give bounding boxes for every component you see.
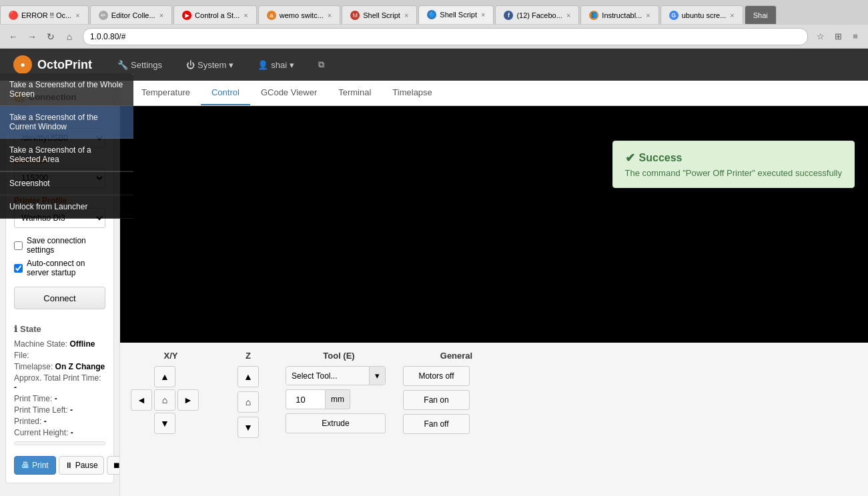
fan-on-button[interactable]: Fan on — [403, 390, 470, 410]
brand: ● OctoPrint — [13, 55, 92, 74]
browser-tab-5[interactable]: M Shell Script × — [342, 5, 417, 24]
move-x-minus-button[interactable]: ◄ — [131, 389, 152, 411]
user-icon: 👤 — [258, 60, 268, 70]
extensions-icon[interactable]: ⊞ — [831, 29, 845, 44]
move-z-plus-button[interactable]: ▲ — [238, 366, 259, 387]
fan-off-button[interactable]: Fan off — [403, 414, 470, 434]
browser-tab-3[interactable]: ▶ Control a St... × — [173, 5, 257, 24]
screenshot-label[interactable]: Screenshot — [0, 172, 133, 195]
home-button[interactable]: ⌂ — [61, 29, 77, 45]
browser-tab-6[interactable]: 🔷 Shell Script × — [418, 5, 494, 24]
move-z-minus-button[interactable]: ▼ — [238, 417, 259, 438]
toast-message: The command "Power Off Printer" executed… — [625, 168, 842, 178]
xy-label: X/Y — [131, 351, 211, 361]
url-input[interactable] — [83, 28, 808, 45]
system-link[interactable]: ⏻ System ▾ — [181, 57, 239, 73]
move-home-xy-button[interactable]: ⌂ — [154, 389, 175, 411]
browser-tab-1[interactable]: 🔴 ERROR !! Oc... × — [0, 5, 89, 24]
settings-link[interactable]: 🔧 Settings — [112, 57, 167, 73]
status-section: ℹ State Machine State: Offline File: Tim… — [6, 317, 113, 456]
reload-button[interactable]: ↻ — [43, 29, 59, 45]
tab-temperature[interactable]: Temperature — [131, 81, 201, 105]
screenshot-selected-area[interactable]: Take a Screenshot of a Selected Area — [0, 139, 133, 171]
current-height-row: Current Height: - — [14, 428, 105, 437]
user-link[interactable]: 👤 shai ▾ — [252, 57, 300, 73]
tab-close-8[interactable]: × — [646, 11, 650, 19]
tab-control[interactable]: Control — [201, 81, 250, 105]
connect-button[interactable]: Connect — [14, 287, 105, 309]
app-container: ● OctoPrint 🔧 Settings ⏻ System ▾ 👤 shai… — [0, 49, 868, 496]
move-y-plus-button[interactable]: ▲ — [154, 366, 175, 387]
tool-amount-input[interactable] — [286, 389, 326, 409]
pause-button[interactable]: ⏸ Pause — [59, 456, 104, 475]
tab-timelapse[interactable]: Timelapse — [382, 81, 442, 105]
move-x-plus-button[interactable]: ► — [177, 389, 199, 411]
tab-close-1[interactable]: × — [75, 11, 79, 19]
browser-tab-8[interactable]: 📘 Instructabl... × — [580, 5, 659, 24]
unlock-launcher[interactable]: Unlock from Launcher — [0, 195, 133, 219]
forward-button[interactable]: → — [24, 29, 40, 45]
tool-label: Tool (E) — [286, 351, 392, 361]
toolbar-icons: ☆ ⊞ ≡ — [813, 29, 863, 44]
z-section: Z ▲ ⌂ ▼ — [222, 351, 275, 438]
pause-icon: ⏸ — [65, 461, 73, 470]
tab-close-3[interactable]: × — [244, 11, 248, 19]
timelapse-row: Timelapse: On Z Change — [14, 362, 105, 371]
move-home-z-button[interactable]: ⌂ — [238, 391, 259, 413]
address-bar: ← → ↻ ⌂ ☆ ⊞ ≡ — [0, 24, 868, 48]
content-area: ✔ Success The command "Power Off Printer… — [120, 81, 868, 496]
z-grid: ▲ ⌂ ▼ — [222, 366, 275, 438]
tab-close-5[interactable]: × — [404, 11, 408, 19]
tab-close-7[interactable]: × — [566, 11, 570, 19]
screenshot-whole-screen[interactable]: Take a Screenshot of the Whole Screen — [0, 81, 133, 106]
browser-tab-7[interactable]: f (12) Facebo... × — [495, 5, 579, 24]
motors-off-button[interactable]: Motors off — [403, 366, 470, 386]
tab-close-4[interactable]: × — [328, 11, 332, 19]
general-section: General Motors off Fan on Fan off — [403, 351, 510, 438]
wrench-icon: 🔧 — [117, 60, 128, 70]
print-button[interactable]: 🖶 Print — [14, 456, 56, 475]
tab-close-9[interactable]: × — [730, 11, 734, 19]
brand-name: OctoPrint — [37, 58, 92, 72]
info-icon: ℹ — [14, 324, 17, 334]
browser-tab-2[interactable]: ✏ Editor Colle... × — [90, 5, 172, 24]
screenshot-current-window[interactable]: Take a Screenshot of the Current Window — [0, 106, 133, 139]
save-connection-checkbox[interactable] — [14, 241, 23, 250]
total-print-row: Approx. Total Print Time: - — [14, 373, 105, 392]
tab-close-6[interactable]: × — [481, 11, 485, 19]
main-content: Take a Screenshot of the Whole Screen Ta… — [0, 81, 868, 496]
browser-tab-4[interactable]: a wemo switc... × — [258, 5, 340, 24]
toast-title: ✔ Success — [625, 151, 842, 165]
save-connection-group: Save connection settings — [14, 236, 105, 255]
move-y-minus-button[interactable]: ▼ — [154, 413, 175, 434]
nav-links: 🔧 Settings ⏻ System ▾ 👤 shai ▾ ⧉ — [112, 57, 855, 73]
bookmark-icon[interactable]: ☆ — [813, 29, 828, 44]
tool-section: Tool (E) Select Tool... ▾ mm Extrude — [286, 351, 392, 438]
back-button[interactable]: ← — [5, 29, 21, 45]
stop-icon: ⏹ — [113, 461, 120, 470]
browser-chrome: 🔴 ERROR !! Oc... × ✏ Editor Colle... × ▶… — [0, 0, 868, 49]
z-label: Z — [222, 351, 275, 361]
tool-select-main[interactable]: Select Tool... — [286, 367, 369, 385]
tab-close-2[interactable]: × — [159, 11, 163, 19]
browser-tab-10[interactable]: Shai — [745, 5, 777, 24]
cancel-button[interactable]: ⏹ Cancel — [107, 456, 120, 475]
copy-icon-link[interactable]: ⧉ — [313, 57, 330, 73]
tool-input-row: mm — [286, 389, 392, 409]
controls-grid: X/Y ▲ ◄ ⌂ ► ▼ — [131, 351, 857, 438]
file-row: File: — [14, 351, 105, 360]
tool-select-btn[interactable]: Select Tool... ▾ — [286, 366, 386, 385]
extrude-button[interactable]: Extrude — [286, 413, 386, 433]
printed-row: Printed: - — [14, 417, 105, 426]
tab-gcode[interactable]: GCode Viewer — [250, 81, 328, 105]
movement-grid: ▲ ◄ ⌂ ► ▼ — [131, 366, 211, 434]
tool-select-arrow[interactable]: ▾ — [369, 367, 385, 385]
browser-tab-9[interactable]: G ubuntu scre... × — [661, 5, 743, 24]
brand-icon: ● — [13, 55, 32, 74]
copy-icon: ⧉ — [318, 59, 324, 70]
xy-section: X/Y ▲ ◄ ⌂ ► ▼ — [131, 351, 211, 438]
auto-connect-checkbox[interactable] — [14, 264, 23, 273]
progress-bar — [14, 441, 105, 445]
tab-terminal[interactable]: Terminal — [328, 81, 382, 105]
menu-icon[interactable]: ≡ — [848, 29, 863, 44]
